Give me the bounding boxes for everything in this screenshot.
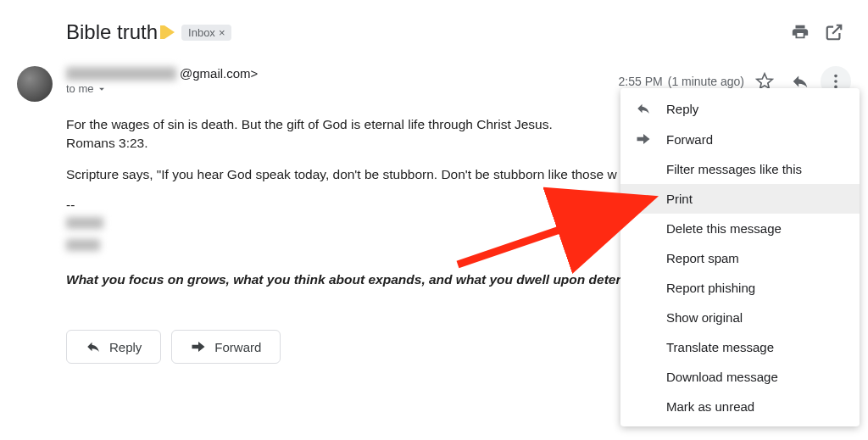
- recipient-line[interactable]: to me: [66, 82, 619, 95]
- menu-item-label: Print: [666, 192, 693, 206]
- menu-item-forward[interactable]: Forward: [620, 124, 860, 154]
- svg-point-0: [834, 75, 837, 78]
- chevron-down-icon[interactable]: [96, 83, 108, 95]
- reply-icon: [636, 101, 654, 116]
- menu-item-label: Report phishing: [666, 281, 755, 295]
- menu-item-delete[interactable]: Delete this message: [620, 214, 860, 243]
- menu-item-label: Forward: [666, 132, 713, 147]
- menu-item-download[interactable]: Download message: [620, 362, 860, 392]
- message-header: Bible truth Inbox ×: [0, 0, 868, 58]
- menu-item-label: Reply: [666, 102, 698, 116]
- timestamp: 2:55 PM: [619, 75, 663, 88]
- forward-button[interactable]: Forward: [171, 330, 281, 364]
- signature-line-2-redacted: [66, 239, 100, 251]
- menu-item-label: Mark as unread: [666, 399, 754, 414]
- forward-label: Forward: [214, 340, 261, 354]
- print-all-icon[interactable]: [783, 15, 817, 49]
- menu-item-reply[interactable]: Reply: [620, 93, 860, 124]
- reply-button[interactable]: Reply: [66, 330, 161, 364]
- subject: Bible truth: [66, 20, 158, 44]
- menu-item-label: Filter messages like this: [666, 162, 802, 176]
- reply-icon: [86, 339, 101, 354]
- body-line-2: Romans 3:23.: [66, 136, 148, 150]
- menu-item-label: Report spam: [666, 251, 739, 265]
- menu-item-original[interactable]: Show original: [620, 303, 860, 332]
- avatar[interactable]: [17, 66, 53, 102]
- sender-name-redacted: [66, 67, 176, 81]
- forward-arrow-icon: [191, 339, 206, 354]
- body-line-1: For the wages of sin is death. But the g…: [66, 117, 553, 131]
- sender-email-suffix: @gmail.com>: [180, 66, 258, 81]
- menu-item-spam[interactable]: Report spam: [620, 243, 860, 273]
- recipient-text: to me: [66, 82, 94, 95]
- more-menu: ReplyForwardFilter messages like thisPri…: [620, 88, 860, 426]
- menu-item-label: Delete this message: [666, 221, 782, 236]
- importance-marker-icon[interactable]: [164, 25, 175, 39]
- label-text: Inbox: [188, 26, 215, 39]
- sender-line[interactable]: @gmail.com>: [66, 66, 619, 81]
- menu-item-print[interactable]: Print: [620, 184, 860, 214]
- forward-arrow-icon: [636, 131, 654, 147]
- signature-line-1-redacted: [66, 217, 103, 229]
- remove-label-icon[interactable]: ×: [219, 26, 225, 39]
- menu-item-label: Translate message: [666, 340, 774, 354]
- menu-item-phishing[interactable]: Report phishing: [620, 273, 860, 303]
- menu-item-translate[interactable]: Translate message: [620, 332, 860, 362]
- label-chip[interactable]: Inbox ×: [181, 25, 231, 41]
- open-new-window-icon[interactable]: [817, 15, 851, 49]
- menu-item-filter[interactable]: Filter messages like this: [620, 154, 860, 184]
- menu-item-unread[interactable]: Mark as unread: [620, 392, 860, 421]
- menu-item-label: Show original: [666, 310, 743, 325]
- reply-label: Reply: [109, 340, 142, 354]
- age: (1 minute ago): [668, 75, 744, 88]
- svg-point-1: [834, 80, 837, 83]
- menu-item-label: Download message: [666, 370, 778, 384]
